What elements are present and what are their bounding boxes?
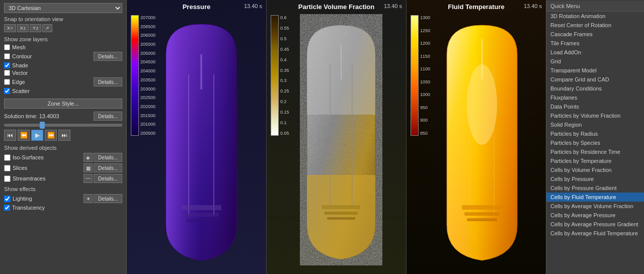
slices-icon1[interactable]: ▦: [84, 163, 93, 172]
scatter-label: Scatter: [12, 88, 30, 94]
orientation-xz-btn[interactable]: XZ: [17, 24, 29, 32]
playback-last-btn[interactable]: ⏭: [58, 130, 70, 141]
mesh-label: Mesh: [12, 44, 26, 50]
time-slider-track[interactable]: [4, 124, 122, 127]
streamtraces-checkbox[interactable]: [4, 175, 11, 182]
playback-play-btn[interactable]: ▶: [31, 130, 43, 141]
contour-row: Contour Details...: [4, 52, 122, 61]
menu-item-particles-species[interactable]: Particles by Species: [546, 138, 644, 147]
vector-label: Vector: [12, 70, 28, 76]
fluid-scale-bar: [411, 15, 419, 136]
menu-item-fluxplanes[interactable]: Fluxplanes: [546, 93, 644, 102]
lighting-checkbox[interactable]: [4, 196, 11, 202]
menu-item-cells-avg-volume[interactable]: Cells by Average Volume Fraction: [546, 202, 644, 211]
menu-item-reset-center[interactable]: Reset Center of Rotation: [546, 21, 644, 30]
time-slider-thumb[interactable]: [40, 122, 45, 129]
vector-row: Vector: [4, 70, 122, 76]
edge-details-btn[interactable]: Details...: [94, 77, 122, 86]
menu-item-cascade[interactable]: Cascade Frames: [546, 30, 644, 39]
menu-item-boundary[interactable]: Boundary Conditions: [546, 84, 644, 93]
translucency-row: Translucency: [4, 205, 122, 211]
menu-item-compare-grid[interactable]: Compare Grid and CAD: [546, 75, 644, 84]
orientation-iso-btn[interactable]: ↗: [42, 24, 52, 32]
slices-label: Slices: [13, 165, 27, 171]
menu-item-grid[interactable]: Grid: [546, 57, 644, 66]
shade-row: Shade: [4, 62, 122, 68]
viewport-panels: Pressure 13.40 s 207000 206500 206000 20…: [127, 0, 546, 274]
lighting-icon[interactable]: ☀: [84, 194, 93, 203]
menu-item-particles-residence[interactable]: Particles by Residence Time: [546, 147, 644, 156]
main-viewport: Pressure 13.40 s 207000 206500 206000 20…: [127, 0, 546, 274]
snap-label: Snap to orientation view: [4, 16, 122, 22]
slices-row: Slices ▦ Details...: [4, 163, 122, 172]
mesh-checkbox[interactable]: [4, 44, 10, 50]
orientation-buttons: XY XZ YZ ↗: [4, 24, 122, 32]
pressure-title: Pressure: [183, 3, 211, 11]
menu-item-3d-rotation[interactable]: 3D Rotation Animation: [546, 12, 644, 21]
svg-rect-3: [181, 205, 221, 210]
lighting-label: Lighting: [13, 196, 32, 202]
fluid-scale-labels: 1300 1250 1200 1150 1100 1050 1000 950 9…: [419, 15, 430, 136]
coordinate-system-row: 3D Cartesian 2D Cartesian Cylindrical: [4, 3, 122, 13]
contour-details-btn[interactable]: Details...: [94, 52, 122, 61]
scatter-row: Scatter: [4, 88, 122, 94]
menu-item-particles-temperature[interactable]: Particles by Temperature: [546, 156, 644, 165]
edge-checkbox[interactable]: [4, 79, 10, 85]
menu-item-cells-avg-fluid-temp[interactable]: Cells by Average Fluid Temperature: [546, 229, 644, 238]
slices-details-btn[interactable]: Details...: [94, 163, 122, 172]
particle-vessel-svg: [291, 14, 391, 265]
streamtraces-icon1[interactable]: 〰: [84, 174, 93, 183]
translucency-label: Translucency: [12, 205, 45, 211]
translucency-checkbox[interactable]: [4, 205, 10, 211]
iso-surfaces-label: Iso-Surfaces: [13, 154, 44, 160]
menu-item-transparent[interactable]: Transparent Model: [546, 66, 644, 75]
particle-color-scale: 0.6 0.55 0.5 0.45 0.4 0.35 0.3 0.25 0.2 …: [271, 15, 289, 136]
vector-checkbox[interactable]: [4, 70, 10, 76]
particle-panel: Particle Volume Fraction 13.40 s 0.6 0.5…: [267, 0, 407, 274]
menu-item-cells-avg-pressure[interactable]: Cells by Average Pressure: [546, 211, 644, 220]
scatter-checkbox[interactable]: [4, 88, 10, 94]
zone-style-btn[interactable]: Zone Style...: [4, 99, 122, 109]
slices-checkbox[interactable]: [4, 165, 11, 171]
orientation-xy-btn[interactable]: XY: [4, 24, 16, 32]
menu-item-cells-fluid-temp[interactable]: Cells by Fluid Temperature: [546, 193, 644, 202]
derived-objects-label: Show derived objects: [4, 145, 122, 151]
svg-rect-16: [462, 205, 502, 210]
menu-item-particles-radius[interactable]: Particles by Radius: [546, 129, 644, 138]
playback-prev-btn[interactable]: ⏪: [18, 130, 30, 141]
menu-item-particles-volume[interactable]: Particles by Volume Fraction: [546, 111, 644, 120]
shade-checkbox[interactable]: [4, 62, 10, 68]
solution-time-row: Solution time: 13.4003 Details...: [4, 112, 122, 121]
left-panel: 3D Cartesian 2D Cartesian Cylindrical Sn…: [0, 0, 127, 274]
menu-item-solid-region[interactable]: Solid Region: [546, 120, 644, 129]
iso-surfaces-checkbox[interactable]: [4, 154, 11, 161]
iso-surfaces-details-btn[interactable]: Details...: [94, 153, 122, 162]
solution-time-value: 13.4003: [39, 113, 59, 119]
iso-surfaces-icon1[interactable]: ◈: [84, 153, 93, 162]
fluid-title: Fluid Temperature: [448, 3, 504, 11]
contour-label: Contour: [12, 53, 32, 59]
menu-item-cells-pressure[interactable]: Cells by Pressure: [546, 174, 644, 184]
menu-item-load-addon[interactable]: Load AddOn: [546, 48, 644, 57]
menu-item-cells-volume[interactable]: Cells by Volume Fraction: [546, 165, 644, 174]
contour-checkbox[interactable]: [4, 53, 10, 59]
menu-item-data-points[interactable]: Data Points: [546, 102, 644, 111]
solution-details-btn[interactable]: Details...: [94, 112, 122, 121]
streamtraces-label: Streamtraces: [13, 175, 45, 181]
iso-surfaces-row: Iso-Surfaces ◈ Details...: [4, 153, 122, 162]
svg-rect-17: [464, 212, 500, 216]
playback-first-btn[interactable]: ⏮: [4, 130, 16, 141]
particle-title: Particle Volume Fraction: [298, 3, 374, 11]
menu-item-cells-avg-pressure-gradient[interactable]: Cells by Average Pressure Gradient: [546, 220, 644, 229]
lighting-details-btn[interactable]: Details...: [94, 194, 122, 203]
menu-item-tile[interactable]: Tile Frames: [546, 39, 644, 48]
edge-label: Edge: [12, 79, 25, 85]
orientation-yz-btn[interactable]: YZ: [30, 24, 41, 32]
shade-label: Shade: [12, 62, 28, 68]
coordinate-system-select[interactable]: 3D Cartesian 2D Cartesian Cylindrical: [4, 3, 122, 13]
streamtraces-details-btn[interactable]: Details...: [94, 174, 122, 183]
menu-item-cells-pressure-gradient[interactable]: Cells by Pressure Gradient: [546, 184, 644, 193]
playback-next-btn[interactable]: ⏩: [45, 130, 57, 141]
streamtraces-row: Streamtraces 〰 Details...: [4, 174, 122, 183]
particle-scale-labels: 0.6 0.55 0.5 0.45 0.4 0.35 0.3 0.25 0.2 …: [279, 15, 289, 136]
